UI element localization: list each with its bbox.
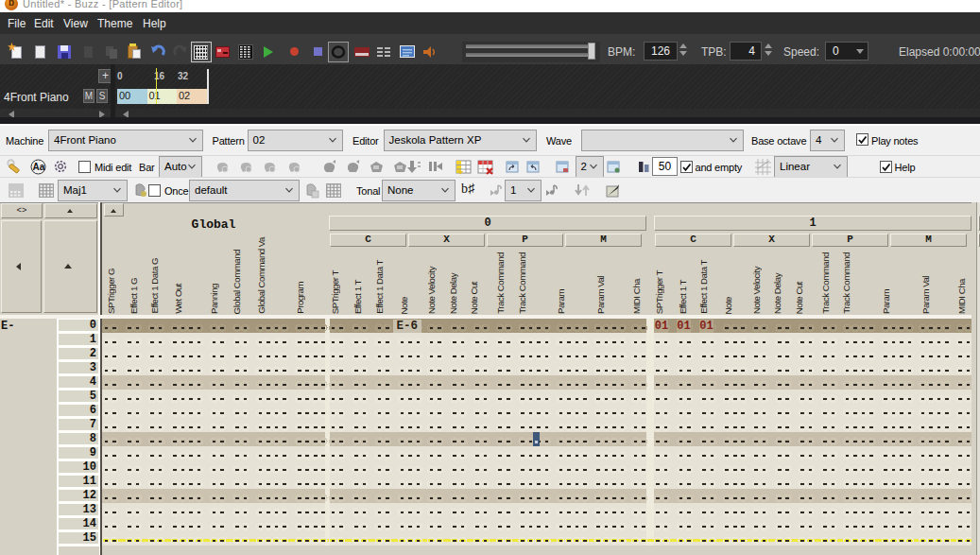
svg-text:Aa: Aa (33, 162, 45, 172)
